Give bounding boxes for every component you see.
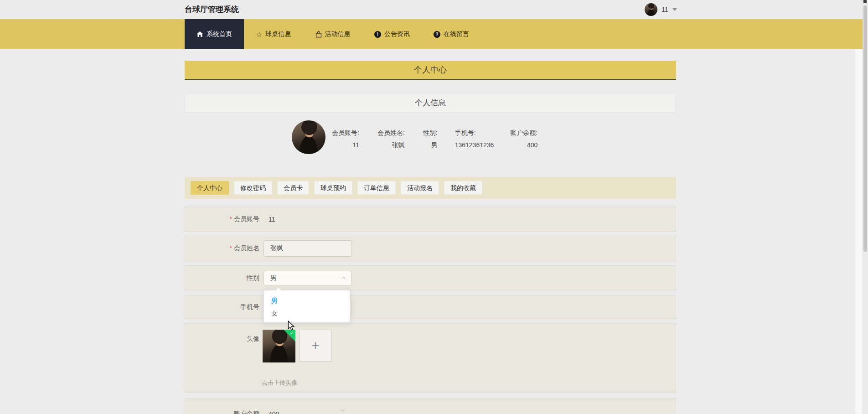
top-header: 台球厅管理系统 11 bbox=[0, 0, 863, 19]
tab-table-booking[interactable]: 球桌预约 bbox=[314, 181, 352, 195]
gender-label: 性别 bbox=[185, 274, 259, 282]
field-value: 男 bbox=[423, 141, 438, 150]
nav-item-messages[interactable]: ? 在线留言 bbox=[422, 19, 481, 49]
field-label: 性别: bbox=[423, 129, 438, 137]
profile-summary: 会员账号: 11 会员姓名: 张飒 性别: 男 手机号: 13612361236… bbox=[185, 118, 676, 154]
tab-activity-signup[interactable]: 活动报名 bbox=[401, 181, 439, 195]
profile-card-title: 个人信息 bbox=[185, 93, 676, 113]
question-icon: ? bbox=[434, 31, 440, 38]
account-value: 11 bbox=[269, 216, 275, 223]
tab-change-password[interactable]: 修改密码 bbox=[234, 181, 272, 195]
nav-menu: 系统首页 ☆ 球桌信息 活动信息 ! 公告资讯 ? 在线留言 bbox=[185, 19, 481, 49]
user-menu[interactable]: 11 bbox=[645, 0, 677, 19]
page-title: 个人中心 bbox=[185, 61, 676, 80]
name-input[interactable] bbox=[264, 240, 352, 257]
star-icon: ☆ bbox=[256, 31, 262, 38]
balance-value: 400 bbox=[269, 410, 279, 414]
form-row-account: *会员账号 11 bbox=[185, 207, 676, 232]
profile-field-name: 会员姓名: 张飒 bbox=[377, 129, 405, 150]
nav-item-activities[interactable]: 活动信息 bbox=[303, 19, 362, 49]
avatar-label: 头像 bbox=[185, 335, 259, 343]
tab-orders[interactable]: 订单信息 bbox=[357, 181, 396, 195]
field-value: 13612361236 bbox=[455, 141, 494, 149]
nav-item-label: 在线留言 bbox=[444, 30, 469, 38]
main-navbar: 系统首页 ☆ 球桌信息 活动信息 ! 公告资讯 ? 在线留言 bbox=[0, 19, 863, 49]
tab-member-card[interactable]: 会员卡 bbox=[277, 181, 309, 195]
gender-option-male[interactable]: 男 bbox=[264, 294, 350, 307]
nav-item-label: 公告资讯 bbox=[384, 30, 410, 38]
avatar-upload-hint: 点击上传头像 bbox=[262, 379, 297, 387]
field-value: 11 bbox=[332, 141, 359, 149]
nav-item-tables[interactable]: ☆ 球桌信息 bbox=[244, 19, 303, 49]
nav-item-home[interactable]: 系统首页 bbox=[185, 19, 244, 49]
profile-field-gender: 性别: 男 bbox=[423, 129, 438, 150]
nav-item-announcements[interactable]: ! 公告资讯 bbox=[362, 19, 422, 49]
avatar-upload-button[interactable]: + bbox=[299, 330, 332, 362]
chevron-down-icon bbox=[672, 8, 677, 11]
avatar-preview[interactable]: ✓ bbox=[263, 330, 295, 362]
chevron-up-icon bbox=[341, 275, 346, 281]
form-row-gender: 性别 男 bbox=[185, 265, 676, 290]
nav-item-label: 系统首页 bbox=[207, 30, 232, 38]
form-row-avatar: 头像 ✓ + 点击上传头像 bbox=[185, 323, 676, 393]
bag-icon bbox=[315, 31, 322, 38]
mouse-cursor bbox=[288, 321, 295, 331]
app-window: 台球厅管理系统 11 系统首页 ☆ 球桌信息 活动信息 ! 公告资讯 bbox=[0, 0, 868, 414]
form-row-name: *会员姓名 bbox=[185, 236, 676, 261]
tab-favorites[interactable]: 我的收藏 bbox=[444, 181, 482, 195]
form-row-phone: 手机号 bbox=[185, 295, 676, 319]
required-marker: * bbox=[230, 244, 232, 252]
balance-label: 账户余额 bbox=[185, 410, 259, 414]
member-avatar bbox=[292, 120, 326, 154]
form-row-balance: 账户余额 400 bbox=[185, 398, 676, 414]
app-title: 台球厅管理系统 bbox=[185, 0, 239, 19]
account-label: *会员账号 bbox=[185, 215, 259, 223]
scrollbar-thumb[interactable] bbox=[863, 5, 867, 252]
phone-label: 手机号 bbox=[185, 303, 259, 311]
profile-field-balance: 账户余额: 400 bbox=[510, 129, 537, 149]
field-value: 张飒 bbox=[377, 141, 405, 150]
gender-select[interactable]: 男 bbox=[264, 271, 351, 285]
nav-item-label: 球桌信息 bbox=[265, 30, 291, 38]
field-label: 会员账号: bbox=[332, 129, 359, 137]
profile-field-phone: 手机号: 13612361236 bbox=[455, 129, 494, 149]
field-value: 400 bbox=[510, 141, 537, 149]
name-label: *会员姓名 bbox=[185, 244, 259, 253]
profile-tabbar: 个人中心 修改密码 会员卡 球桌预约 订单信息 活动报名 我的收藏 bbox=[185, 177, 676, 199]
home-icon bbox=[196, 31, 203, 37]
required-marker: * bbox=[230, 215, 232, 223]
page-right-gutter bbox=[855, 0, 863, 414]
gender-dropdown: 男 女 bbox=[264, 290, 350, 323]
field-label: 账户余额: bbox=[510, 129, 537, 137]
user-avatar[interactable] bbox=[645, 3, 657, 16]
field-label: 会员姓名: bbox=[377, 129, 405, 137]
user-name: 11 bbox=[661, 6, 668, 13]
field-label: 手机号: bbox=[455, 129, 494, 137]
plus-icon: + bbox=[311, 339, 320, 352]
profile-field-account: 会员账号: 11 bbox=[332, 129, 359, 149]
exclamation-icon: ! bbox=[374, 31, 381, 38]
gender-select-value: 男 bbox=[270, 274, 341, 282]
gender-option-female[interactable]: 女 bbox=[264, 307, 350, 320]
nav-item-label: 活动信息 bbox=[325, 30, 351, 38]
chevron-down-icon[interactable] bbox=[340, 408, 346, 413]
scrollbar-top-corner bbox=[863, 0, 867, 3]
tab-personal-center[interactable]: 个人中心 bbox=[191, 181, 229, 195]
